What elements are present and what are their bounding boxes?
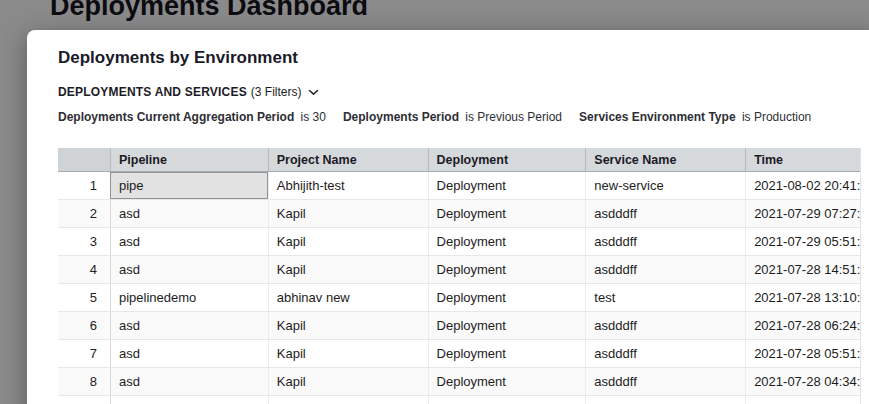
filter-value: is Previous Period: [465, 110, 562, 124]
service-name-cell[interactable]: asdddff: [585, 228, 745, 255]
service-name-cell[interactable]: asdddff: [585, 368, 745, 395]
table-row: 6 asd Kapil Deployment asdddff 2021-07-2…: [58, 312, 860, 340]
service-name-cell[interactable]: asdddff: [585, 256, 745, 283]
filter-value: is Production: [742, 110, 811, 124]
time-cell[interactable]: 2021-07-29 07:27:44: [745, 200, 860, 227]
project-name-cell[interactable]: Kapil: [268, 368, 428, 395]
row-number-cell: 8: [58, 368, 110, 395]
filter-name: Deployments Current Aggregation Period: [58, 110, 294, 124]
service-name-cell[interactable]: asdddff: [585, 312, 745, 339]
row-number-cell: 3: [58, 228, 110, 255]
filter-aggregation-period: Deployments Current Aggregation Period i…: [58, 110, 326, 124]
pipeline-cell[interactable]: pipelinedemo: [110, 284, 268, 311]
project-name-cell[interactable]: Kapil: [268, 256, 428, 283]
service-name-cell[interactable]: test: [585, 284, 745, 311]
table-row: 5 pipelinedemo abhinav new Deployment te…: [58, 284, 860, 312]
project-name-cell[interactable]: Kapil: [268, 312, 428, 339]
pipeline-cell[interactable]: asd: [110, 396, 268, 404]
time-cell[interactable]: 2021-07-28 05:51:28: [745, 340, 860, 367]
deployment-cell[interactable]: Deployment: [428, 340, 586, 367]
filter-name: Deployments Period: [343, 110, 459, 124]
pipeline-cell[interactable]: asd: [110, 200, 268, 227]
filter-group-toggle[interactable]: DEPLOYMENTS AND SERVICES (3 Filters): [58, 85, 319, 99]
time-cell[interactable]: 2021-07-28 13:10:46: [745, 284, 860, 311]
filter-environment-type: Services Environment Type is Production: [579, 110, 811, 124]
pipeline-cell[interactable]: asd: [110, 340, 268, 367]
table-row: 1 pipe Abhijith-test Deployment new-serv…: [58, 172, 860, 200]
project-name-cell[interactable]: Abhijith-test: [268, 172, 428, 199]
time-cell[interactable]: 2021-08-02 20:41:18: [745, 172, 860, 199]
row-number-header: [58, 148, 110, 171]
pipeline-cell[interactable]: pipe: [110, 172, 268, 199]
pipeline-cell[interactable]: asd: [110, 256, 268, 283]
row-number-cell: 9: [58, 396, 110, 404]
deployment-cell[interactable]: Deployment: [428, 172, 586, 199]
project-name-cell[interactable]: Kapil: [268, 340, 428, 367]
table-row: 8 asd Kapil Deployment asdddff 2021-07-2…: [58, 368, 860, 396]
deployments-by-environment-dialog: Deployments by Environment DEPLOYMENTS A…: [27, 30, 869, 404]
table-row: 7 asd Kapil Deployment asdddff 2021-07-2…: [58, 340, 860, 368]
deployments-table: Pipeline Project Name Deployment Service…: [58, 148, 861, 404]
time-cell[interactable]: 2021-07-28 14:51:23: [745, 256, 860, 283]
time-cell[interactable]: 2021-07-28 04:34:45: [745, 368, 860, 395]
deployment-cell[interactable]: Deployment: [428, 228, 586, 255]
project-name-cell[interactable]: Kapil: [268, 228, 428, 255]
row-number-cell: 4: [58, 256, 110, 283]
chevron-down-icon: [308, 89, 319, 96]
table-header-row: Pipeline Project Name Deployment Service…: [58, 148, 860, 172]
column-header-project-name[interactable]: Project Name: [268, 148, 428, 171]
column-header-deployment[interactable]: Deployment: [428, 148, 586, 171]
project-name-cell[interactable]: Kapil: [268, 396, 428, 404]
row-number-cell: 1: [58, 172, 110, 199]
row-number-cell: 7: [58, 340, 110, 367]
pipeline-cell[interactable]: asd: [110, 368, 268, 395]
pipeline-cell[interactable]: asd: [110, 228, 268, 255]
deployment-cell[interactable]: Deployment: [428, 256, 586, 283]
deployment-cell[interactable]: Deployment: [428, 200, 586, 227]
service-name-cell[interactable]: asdddff: [585, 340, 745, 367]
pipeline-cell[interactable]: asd: [110, 312, 268, 339]
service-name-cell[interactable]: asdddff: [585, 200, 745, 227]
project-name-cell[interactable]: Kapil: [268, 200, 428, 227]
service-name-cell[interactable]: new-service: [585, 172, 745, 199]
deployment-cell[interactable]: Deployment: [428, 396, 586, 404]
column-header-service-name[interactable]: Service Name: [585, 148, 745, 171]
row-number-cell: 6: [58, 312, 110, 339]
project-name-cell[interactable]: abhinav new: [268, 284, 428, 311]
filter-count-label: (3 Filters): [251, 85, 302, 99]
time-cell[interactable]: 2021-07-29 05:51:45: [745, 228, 860, 255]
row-number-cell: 5: [58, 284, 110, 311]
filter-group-label: DEPLOYMENTS AND SERVICES: [58, 85, 247, 99]
table-row: 2 asd Kapil Deployment asdddff 2021-07-2…: [58, 200, 860, 228]
deployment-cell[interactable]: Deployment: [428, 284, 586, 311]
row-number-cell: 2: [58, 200, 110, 227]
filter-deployments-period: Deployments Period is Previous Period: [343, 110, 562, 124]
dialog-title: Deployments by Environment: [58, 48, 869, 68]
column-header-time[interactable]: Time: [745, 148, 860, 171]
active-filters-row: Deployments Current Aggregation Period i…: [58, 110, 869, 124]
deployment-cell[interactable]: Deployment: [428, 312, 586, 339]
table-row: 4 asd Kapil Deployment asdddff 2021-07-2…: [58, 256, 860, 284]
column-header-pipeline[interactable]: Pipeline: [110, 148, 268, 171]
time-cell[interactable]: 2021-07-28 06:24:00: [745, 312, 860, 339]
filter-name: Services Environment Type: [579, 110, 736, 124]
table-row: 9 asd Kapil Deployment asdddff 2021-07-2…: [58, 396, 860, 404]
service-name-cell[interactable]: asdddff: [585, 396, 745, 404]
deployment-cell[interactable]: Deployment: [428, 368, 586, 395]
filter-value: is 30: [301, 110, 326, 124]
time-cell[interactable]: 2021-07-28 02:45:09: [745, 396, 860, 404]
table-row: 3 asd Kapil Deployment asdddff 2021-07-2…: [58, 228, 860, 256]
